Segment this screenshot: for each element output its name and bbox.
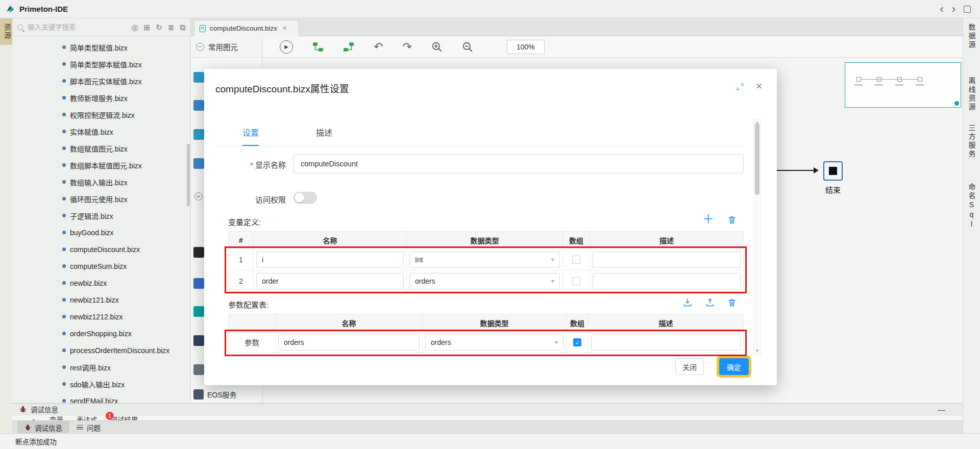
tree-item[interactable]: 数组输入输出.bizx bbox=[12, 173, 190, 190]
tree-item[interactable]: computeSum.bizx bbox=[12, 258, 190, 275]
scroll-down-icon[interactable]: ▼ bbox=[754, 348, 761, 353]
sidebar-tab-resources[interactable]: 资源 bbox=[0, 18, 12, 45]
array-checkbox[interactable] bbox=[572, 256, 580, 264]
tab-description[interactable]: 描述 bbox=[316, 126, 332, 146]
param-desc-input[interactable] bbox=[591, 334, 741, 351]
display-name-input[interactable] bbox=[293, 154, 744, 173]
right-rail-tab[interactable]: 离线资源 bbox=[967, 77, 977, 112]
explorer-toolbar-icon[interactable]: ◎ bbox=[131, 23, 138, 31]
variable-desc-input[interactable] bbox=[593, 273, 741, 289]
collapse-icon[interactable] bbox=[196, 43, 204, 51]
tab-problems[interactable]: 问题 bbox=[69, 421, 108, 434]
datatype-select[interactable]: orders bbox=[425, 334, 564, 351]
tree-item[interactable]: 简单类型脚本赋值.bizx bbox=[12, 56, 190, 72]
explorer-toolbar-icon[interactable]: ⊞ bbox=[144, 23, 151, 31]
tree-item[interactable]: 教师新增服务.bizx bbox=[12, 89, 190, 106]
explorer-toolbar-icon[interactable]: ↻ bbox=[156, 23, 162, 31]
tree-item[interactable]: computeDiscount.bizx bbox=[12, 241, 190, 258]
right-rail-tab[interactable]: 数据源 bbox=[967, 23, 977, 49]
array-checkbox[interactable] bbox=[572, 277, 580, 285]
end-node[interactable] bbox=[823, 161, 843, 181]
variable-row[interactable]: 1 Int bbox=[229, 249, 744, 270]
palette-group-common[interactable]: 常用图元 bbox=[191, 36, 262, 58]
tree-item[interactable]: orderShopping.bizx bbox=[12, 325, 190, 342]
tree-item[interactable]: 数组脚本赋值图元.bizx bbox=[12, 157, 190, 173]
palette-item-icon[interactable] bbox=[193, 129, 204, 140]
tree-item[interactable]: newbiz121.bizx bbox=[12, 291, 190, 308]
tree-item[interactable]: newbiz1212.bizx bbox=[12, 308, 190, 325]
import-icon[interactable] bbox=[682, 297, 693, 308]
palette-item-icon[interactable] bbox=[193, 335, 204, 346]
explorer-toolbar-icon[interactable]: ⧉ bbox=[180, 23, 185, 31]
tree-item[interactable]: processOrderItemDiscount.bizx bbox=[12, 342, 190, 359]
tree-item[interactable]: buyGood.bizx bbox=[12, 224, 190, 241]
palette-item-icon[interactable] bbox=[193, 364, 204, 375]
tree-item[interactable]: 数组赋值图元.bizx bbox=[12, 140, 190, 157]
tree-item[interactable]: 脚本图元实体赋值.bizx bbox=[12, 72, 190, 89]
palette-item-icon[interactable] bbox=[193, 158, 204, 169]
tree-item[interactable]: newbiz.bizx bbox=[12, 275, 190, 291]
dialog-scrollbar[interactable]: ▲ ▼ bbox=[753, 119, 761, 355]
right-rail-tab[interactable]: 命名Sql bbox=[967, 183, 977, 230]
right-rail-tab[interactable]: 三方服务 bbox=[967, 124, 977, 159]
param-row[interactable]: 参数 orders bbox=[229, 332, 744, 353]
tree-item[interactable]: 权限控制逻辑流.bizx bbox=[12, 106, 190, 123]
variable-row[interactable]: 2 orders bbox=[229, 270, 744, 292]
tree-item[interactable]: 简单类型赋值.bizx bbox=[12, 39, 190, 56]
redo-icon[interactable]: ↷ bbox=[402, 41, 411, 53]
param-name-input[interactable] bbox=[278, 334, 420, 351]
palette-item-eos[interactable]: EOS服务 bbox=[193, 389, 237, 400]
add-variable-icon[interactable]: ＋ bbox=[702, 213, 714, 225]
debug-subtab[interactable]: 调试结果 bbox=[110, 415, 138, 420]
expand-triangle-icon[interactable]: ▶ bbox=[33, 415, 36, 420]
delete-param-icon[interactable] bbox=[727, 297, 737, 308]
access-permission-toggle[interactable] bbox=[293, 192, 317, 204]
scrollbar-thumb[interactable] bbox=[755, 123, 760, 195]
editor-tab-computeDiscount[interactable]: computeDiscount.bizx ✕ bbox=[194, 20, 299, 36]
layout-window-icon[interactable] bbox=[964, 6, 971, 13]
nav-forward-icon[interactable]: › bbox=[952, 4, 955, 15]
minimap[interactable] bbox=[845, 62, 961, 108]
array-checkbox[interactable] bbox=[573, 338, 581, 346]
close-button[interactable]: 关闭 bbox=[675, 358, 704, 375]
tree-item[interactable]: 实体赋值.bizx bbox=[12, 123, 190, 140]
datatype-select[interactable]: orders bbox=[409, 273, 560, 289]
tree-item[interactable]: sendEMail.bizx bbox=[12, 392, 190, 403]
ok-button[interactable]: 确定 bbox=[719, 358, 749, 375]
datatype-select[interactable]: Int bbox=[409, 252, 560, 268]
variable-name-input[interactable] bbox=[256, 273, 404, 289]
tab-debug-info[interactable]: 调试信息 bbox=[17, 421, 69, 434]
zoom-in-icon[interactable] bbox=[431, 41, 443, 53]
collapse-icon[interactable] bbox=[194, 192, 203, 201]
tree-scrollbar[interactable] bbox=[187, 144, 190, 206]
palette-item-icon[interactable] bbox=[193, 100, 204, 111]
palette-item-icon[interactable] bbox=[193, 72, 204, 83]
zoom-out-icon[interactable] bbox=[462, 41, 473, 53]
variable-name-input[interactable] bbox=[256, 252, 404, 268]
zoom-level[interactable]: 100% bbox=[507, 40, 545, 54]
auto-arrange-icon[interactable] bbox=[343, 41, 354, 53]
tree-item[interactable]: sdo输入输出.bizx bbox=[12, 376, 190, 392]
tree-item[interactable]: 子逻辑流.bizx bbox=[12, 207, 190, 224]
nav-back-icon[interactable]: ‹ bbox=[940, 4, 943, 15]
search-input[interactable] bbox=[28, 23, 99, 31]
palette-item-icon[interactable] bbox=[193, 306, 204, 317]
close-icon[interactable]: ✕ bbox=[755, 81, 763, 92]
tree-item[interactable]: rest调用.bizx bbox=[12, 359, 190, 376]
delete-variable-icon[interactable] bbox=[727, 215, 737, 225]
minimize-icon[interactable]: — bbox=[938, 405, 945, 414]
layout-tree-icon[interactable] bbox=[312, 41, 324, 53]
palette-item-icon[interactable] bbox=[193, 247, 204, 258]
export-icon[interactable] bbox=[705, 297, 715, 308]
tree-item[interactable]: 循环图元使用.bizx bbox=[12, 190, 190, 207]
debug-subtab[interactable]: 变量 bbox=[50, 415, 63, 420]
tab-settings[interactable]: 设置 bbox=[242, 126, 259, 146]
close-icon[interactable]: ✕ bbox=[282, 25, 287, 32]
debug-subtab[interactable]: 表达式 bbox=[77, 415, 97, 420]
palette-item-icon[interactable] bbox=[193, 278, 204, 289]
minimap-resize-handle[interactable] bbox=[954, 101, 959, 106]
fullscreen-icon[interactable] bbox=[736, 83, 744, 91]
variable-desc-input[interactable] bbox=[593, 252, 741, 268]
debug-run-icon[interactable]: ▶ bbox=[280, 40, 293, 54]
explorer-toolbar-icon[interactable]: ≣ bbox=[168, 23, 175, 31]
